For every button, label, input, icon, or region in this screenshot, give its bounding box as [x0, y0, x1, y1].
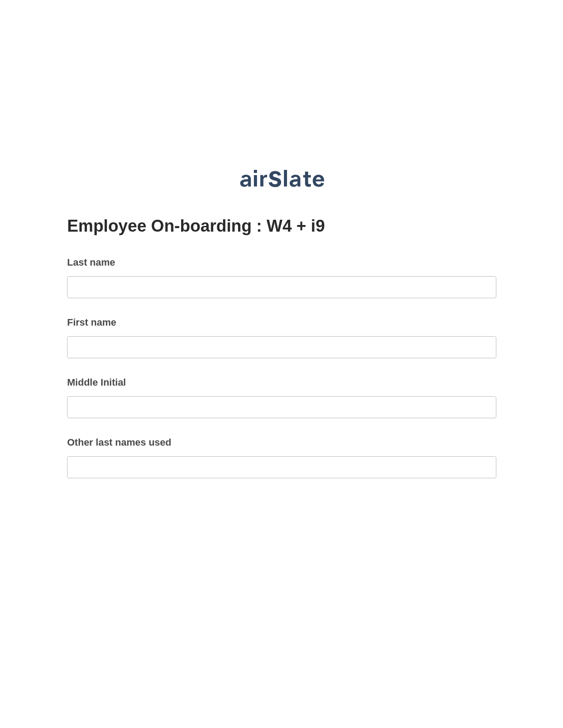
- logo-wrapper: [67, 170, 496, 190]
- form-group-other-last-names: Other last names used: [67, 437, 496, 478]
- airslate-logo: [238, 170, 325, 190]
- form-group-first-name: First name: [67, 317, 496, 358]
- svg-rect-2: [284, 170, 287, 187]
- form-group-last-name: Last name: [67, 257, 496, 298]
- last-name-label: Last name: [67, 257, 496, 268]
- middle-initial-input[interactable]: [67, 396, 496, 418]
- svg-rect-0: [254, 175, 257, 187]
- page-title: Employee On-boarding : W4 + i9: [67, 217, 496, 236]
- form-group-middle-initial: Middle Initial: [67, 377, 496, 418]
- first-name-input[interactable]: [67, 336, 496, 358]
- middle-initial-label: Middle Initial: [67, 377, 496, 388]
- last-name-input[interactable]: [67, 276, 496, 298]
- form-container: Employee On-boarding : W4 + i9 Last name…: [67, 170, 496, 497]
- svg-rect-1: [254, 170, 257, 173]
- first-name-label: First name: [67, 317, 496, 328]
- other-last-names-input[interactable]: [67, 456, 496, 478]
- other-last-names-label: Other last names used: [67, 437, 496, 448]
